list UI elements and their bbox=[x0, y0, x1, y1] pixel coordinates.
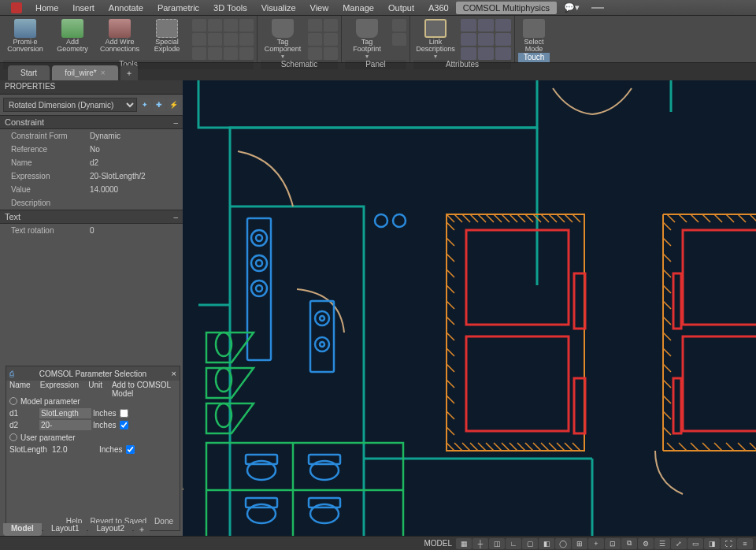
menu-visualize[interactable]: Visualize bbox=[254, 2, 303, 14]
btn-special-explode[interactable]: Special Explode bbox=[145, 17, 189, 53]
small-tool-icon[interactable] bbox=[208, 33, 222, 46]
small-tool-icon[interactable] bbox=[308, 33, 322, 46]
small-tool-icon[interactable] bbox=[495, 33, 511, 46]
prop-text-rotation[interactable]: Text rotation0 bbox=[0, 224, 183, 237]
menu-view[interactable]: View bbox=[303, 2, 336, 14]
small-tool-icon[interactable] bbox=[461, 47, 476, 60]
radio-user-parameter[interactable]: User parameter bbox=[9, 431, 176, 444]
tab-model[interactable]: Model bbox=[3, 523, 42, 536]
menu-comsol[interactable]: COMSOL Multiphysics bbox=[456, 2, 557, 14]
small-tool-icon[interactable] bbox=[224, 19, 238, 32]
small-tool-icon[interactable] bbox=[239, 47, 254, 60]
small-tool-icon[interactable] bbox=[324, 19, 338, 32]
status-icon[interactable]: ⧉ bbox=[621, 538, 637, 549]
menu-insert[interactable]: Insert bbox=[65, 2, 102, 14]
status-icon[interactable]: ∟ bbox=[506, 538, 521, 549]
btn-link-descriptions[interactable]: Link Descriptions▾ bbox=[413, 17, 458, 60]
small-tool-icon[interactable] bbox=[461, 19, 476, 32]
small-tool-icon[interactable] bbox=[478, 47, 494, 60]
close-icon[interactable]: × bbox=[172, 369, 176, 378]
status-icon[interactable]: ▭ bbox=[687, 538, 703, 549]
row-d1[interactable]: d1SlotLengthInches bbox=[9, 407, 176, 419]
small-tool-icon[interactable] bbox=[308, 47, 322, 60]
doctab-start[interactable]: Start bbox=[8, 65, 50, 80]
doctab-foil-wire[interactable]: foil_wire*× bbox=[52, 65, 117, 80]
menu-home[interactable]: Home bbox=[28, 2, 65, 14]
status-icon[interactable]: ⛶ bbox=[721, 538, 736, 549]
small-tool-icon[interactable] bbox=[495, 47, 511, 60]
row-slotlength[interactable]: SlotLength12.0Inches bbox=[9, 444, 176, 455]
status-icon[interactable]: ◨ bbox=[704, 538, 720, 549]
palette-title-bar[interactable]: ⎙ COMSOL Parameter Selection × bbox=[6, 366, 180, 381]
tab-add-layout[interactable]: ＋ bbox=[134, 523, 150, 536]
section-constraint[interactable]: Constraint– bbox=[0, 115, 183, 129]
status-icon[interactable]: ▦ bbox=[456, 538, 472, 549]
menu-manage[interactable]: Manage bbox=[335, 2, 381, 14]
small-tool-icon[interactable] bbox=[324, 33, 338, 46]
btn-select-mode[interactable]: Select Mode bbox=[518, 17, 550, 53]
small-tool-icon[interactable] bbox=[495, 19, 511, 32]
btn-add-geometry[interactable]: Add Geometry bbox=[50, 17, 94, 53]
prop-value[interactable]: Value14.0000 bbox=[0, 183, 183, 196]
menu-minimize-icon[interactable] bbox=[591, 7, 604, 9]
status-icon[interactable]: + bbox=[588, 538, 604, 549]
btn-done[interactable]: Done bbox=[154, 517, 173, 526]
status-icon[interactable]: ☰ bbox=[654, 538, 670, 549]
btn-tag-component[interactable]: Tag Component▾ bbox=[261, 17, 305, 60]
small-tool-icon[interactable] bbox=[192, 47, 206, 60]
small-tool-icon[interactable] bbox=[224, 33, 238, 46]
status-icon[interactable]: ◧ bbox=[539, 538, 554, 549]
status-icon[interactable]: ⚙ bbox=[638, 538, 654, 549]
small-tool-icon[interactable] bbox=[478, 19, 494, 32]
tab-layout2[interactable]: Layout2 bbox=[88, 523, 132, 536]
status-icon[interactable]: ⊞ bbox=[572, 538, 587, 549]
prop-constraint-form[interactable]: Constraint FormDynamic bbox=[0, 129, 183, 143]
small-tool-icon[interactable] bbox=[324, 47, 338, 60]
tab-layout1[interactable]: Layout1 bbox=[43, 523, 87, 536]
btn-promise-conversion[interactable]: Promi·e Conversion bbox=[3, 17, 47, 53]
btn-add-wire[interactable]: Add Wire Connections bbox=[98, 17, 142, 53]
small-tool-icon[interactable] bbox=[461, 33, 476, 46]
status-icon[interactable]: ⤢ bbox=[671, 538, 687, 549]
close-icon[interactable]: × bbox=[101, 69, 106, 77]
small-tool-icon[interactable] bbox=[308, 19, 322, 32]
prop-reference[interactable]: ReferenceNo bbox=[0, 143, 183, 156]
small-tool-icon[interactable] bbox=[392, 33, 406, 46]
filter-icon[interactable]: ✦ bbox=[139, 98, 151, 111]
btn-tag-footprint[interactable]: Tag Footprint▾ bbox=[345, 17, 389, 60]
pin-icon[interactable]: ⎙ bbox=[9, 370, 14, 378]
checkbox-add-d2[interactable] bbox=[120, 421, 128, 429]
prop-expression[interactable]: Expression20-SlotLength/2 bbox=[0, 169, 183, 183]
comsol-parameter-palette[interactable]: ⎙ COMSOL Parameter Selection × Name Expr… bbox=[6, 366, 180, 531]
prop-description[interactable]: Description bbox=[0, 196, 183, 210]
menu-expand-icon[interactable]: 💬▾ bbox=[557, 1, 587, 14]
section-text[interactable]: Text– bbox=[0, 210, 183, 224]
collapse-icon[interactable]: – bbox=[173, 118, 178, 127]
menu-annotate[interactable]: Annotate bbox=[102, 2, 150, 14]
small-tool-icon[interactable] bbox=[392, 19, 406, 32]
collapse-icon[interactable]: – bbox=[173, 213, 178, 221]
prop-name[interactable]: Named2 bbox=[0, 156, 183, 169]
doctab-add[interactable]: ＋ bbox=[120, 65, 138, 80]
menu-a360[interactable]: A360 bbox=[421, 2, 456, 14]
status-icon[interactable]: ⊡ bbox=[605, 538, 621, 549]
small-tool-icon[interactable] bbox=[478, 33, 494, 46]
addset-icon[interactable]: ✚ bbox=[153, 98, 165, 111]
small-tool-icon[interactable] bbox=[192, 19, 206, 32]
checkbox-add-slotlength[interactable] bbox=[126, 445, 135, 454]
row-d2[interactable]: d220-SlotLength/2Inches bbox=[9, 419, 176, 431]
small-tool-icon[interactable] bbox=[208, 47, 222, 60]
status-icon[interactable]: ◯ bbox=[555, 538, 571, 549]
status-icon[interactable]: ≡ bbox=[737, 538, 753, 549]
menu-output[interactable]: Output bbox=[381, 2, 421, 14]
small-tool-icon[interactable] bbox=[239, 33, 254, 46]
small-tool-icon[interactable] bbox=[208, 19, 222, 32]
checkbox-add-d1[interactable] bbox=[120, 409, 128, 418]
small-tool-icon[interactable] bbox=[239, 19, 254, 32]
quick-icon[interactable]: ⚡ bbox=[167, 98, 180, 111]
radio-model-parameter[interactable]: Model parameter bbox=[9, 395, 176, 407]
drawing-canvas[interactable] bbox=[183, 80, 756, 536]
small-tool-icon[interactable] bbox=[224, 47, 238, 60]
object-selector[interactable]: Rotated Dimension (Dynamic) bbox=[3, 98, 137, 112]
status-icon[interactable]: ┼ bbox=[472, 538, 488, 549]
